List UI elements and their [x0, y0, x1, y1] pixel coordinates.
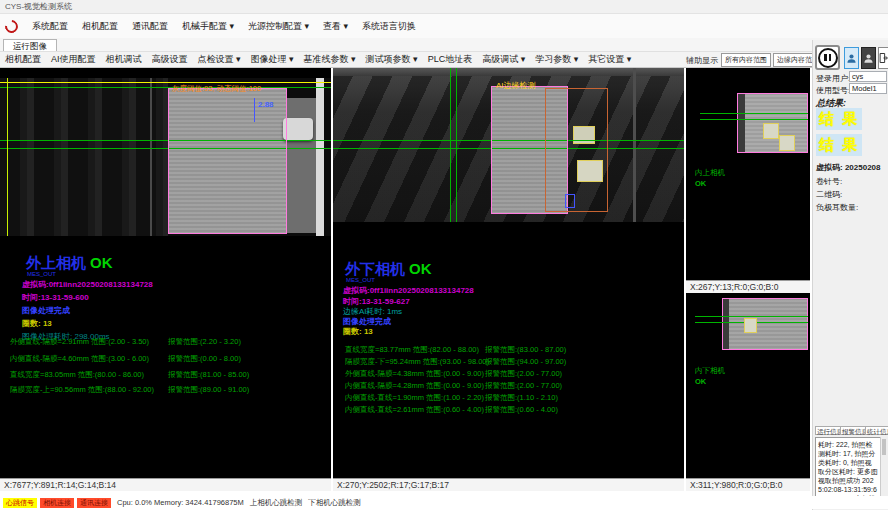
tab-strip: 运行图像: [0, 38, 888, 51]
titlebar: CYS-视觉检测系统: [0, 0, 888, 14]
measurement-row: 隔膜宽度-下=95.24mm 范围:(93.00 - 98.00): [345, 357, 489, 367]
left-camera-view[interactable]: 灰度阈值:93, 动态阈值:100 2.88 外上相机OK MES_OUT 虚拟…: [0, 68, 331, 491]
left-ok-status: OK: [90, 254, 113, 271]
tool-ai-config[interactable]: AI使用配置: [46, 52, 101, 67]
virtual-code-line: 虚拟码: 20250208: [816, 162, 880, 173]
side-panel: 登录用户: cys 使用型号: Model1 总结果: 结 果 结 果 虚拟码:…: [812, 40, 888, 510]
alarm-range: 报警范围:(81.00 - 85.00): [168, 370, 249, 380]
measurement-row: 隔膜宽度-上=90.56mm 范围:(88.00 - 92.00): [10, 385, 154, 395]
admin-user-button[interactable]: [861, 47, 876, 69]
comm-link-status-badge: 通讯连接: [77, 498, 111, 508]
tool-spot-check[interactable]: 点检设置 ▾: [193, 52, 246, 67]
overlay-green-line: [700, 119, 808, 120]
menu-camera-config[interactable]: 相机配置: [75, 14, 125, 38]
tool-plc-address[interactable]: PLC地址表: [423, 52, 478, 67]
left-time: 时间:13-31-59-600: [22, 292, 89, 303]
tool-image-processing[interactable]: 图像处理 ▾: [246, 52, 299, 67]
left-camera-image[interactable]: 灰度阈值:93, 动态阈值:100 2.88: [0, 78, 331, 236]
tool-advanced-debug[interactable]: 高级调试 ▾: [477, 52, 530, 67]
middle-camera-image[interactable]: AI边缘检测: [333, 68, 684, 222]
menu-view[interactable]: 查看 ▾: [316, 14, 355, 38]
measurement-row: 内侧直线-隔膜=4.28mm 范围:(0.00 - 9.00): [345, 381, 484, 391]
pause-icon: [818, 48, 838, 68]
alarm-range: 报警范围:(2.00 - 77.00): [485, 369, 562, 379]
user-icon: [846, 53, 857, 64]
right-top-camera-view[interactable]: 内上相机 OK X:267;Y:13;R:0;G:0;B:0: [686, 68, 810, 293]
user-dark-icon: [863, 53, 874, 64]
model-field[interactable]: Model1: [849, 83, 887, 94]
pause-button[interactable]: [815, 45, 840, 70]
tab-detect-box: [779, 135, 795, 151]
left-camera-name: 外上相机: [26, 254, 86, 271]
heartbeat-status-badge: 心跳信号: [3, 498, 37, 508]
menubar: 系统配置 相机配置 通讯配置 机械手配置 ▾ 光源控制配置 ▾ 查看 ▾ 系统语…: [0, 14, 888, 38]
status-bar: 心跳信号 相机连接 通讯连接 Cpu: 0.0% Memory: 3424.41…: [0, 496, 888, 509]
middle-turn-count: 圈数: 13: [343, 326, 373, 337]
overlay-yellow-line: [0, 82, 331, 83]
detect-rectangle: [565, 194, 575, 208]
threshold-overlay-text: 灰度阈值:93, 动态阈值:100: [172, 84, 261, 94]
upper-camera-heartbeat-text: 上相机心跳检测: [250, 498, 303, 508]
measurement-row: 直线宽度=83.77mm 范围:(82.00 - 88.00): [345, 345, 479, 355]
menu-language-switch[interactable]: 系统语言切换: [355, 14, 423, 38]
measurement-row: 直线宽度=83.05mm 范围:(80.00 - 86.00): [10, 370, 144, 380]
middle-ok-status: OK: [409, 260, 432, 277]
measure-line: [254, 98, 255, 122]
info-tab-stats[interactable]: 统计信息: [865, 426, 888, 435]
qr-code-label: 二维码:: [816, 189, 842, 200]
alarm-range: 报警范围:(1.10 - 2.10): [485, 393, 558, 403]
ai-roi-rectangle: [545, 88, 608, 212]
right-bottom-camera-view[interactable]: 内下相机 OK X:311;Y:980;R:0;G:0;B:0: [686, 293, 810, 491]
measure-overlay-value: 2.88: [258, 100, 274, 109]
aux-display-label: 辅助显示: [686, 55, 718, 66]
middle-coordinate-bar: X:270;Y:2502;R:17;G:17;B:17: [333, 478, 684, 491]
middle-camera-name: 外下相机: [345, 260, 405, 277]
menu-comm-config[interactable]: 通讯配置: [125, 14, 175, 38]
bright-strip: [316, 78, 324, 236]
tool-baseline-params[interactable]: 基准线参数 ▾: [299, 52, 361, 67]
left-process-done: 图像处理完成: [22, 305, 70, 316]
overlay-green-line: [700, 113, 808, 114]
log-scrollbar-thumb[interactable]: [882, 439, 886, 455]
right-top-coordinate-bar: X:267;Y:13;R:0;G:0;B:0: [686, 280, 810, 293]
log-scrollbar[interactable]: [880, 437, 888, 499]
tool-other-settings[interactable]: 其它设置 ▾: [583, 52, 636, 67]
tool-camera-config[interactable]: 相机配置: [0, 52, 46, 67]
left-turn-count: 圈数: 13: [22, 318, 52, 329]
result-box-upper: 结 果: [816, 108, 862, 130]
roi-rectangle: [168, 88, 287, 234]
tool-learning-params[interactable]: 学习参数 ▾: [530, 52, 583, 67]
overlay-vertical-line: [7, 78, 8, 236]
aux-display-group: 辅助显示 所有内容范围 边缘内容范围: [686, 53, 825, 67]
left-coordinate-bar: X:7677;Y:891;R:14;G:14;B:14: [0, 478, 331, 491]
operator-login-button[interactable]: [844, 47, 859, 69]
right-bottom-camera-name: 内下相机: [695, 366, 725, 376]
alarm-range: 报警范围:(83.00 - 87.00): [485, 345, 566, 355]
model-label: 使用型号:: [816, 85, 850, 96]
roi-rectangle: [722, 298, 808, 350]
measurement-row: 内侧直线-直线=1.90mm 范围:(1.00 - 2.20): [345, 393, 484, 403]
middle-virtual-code: 虚拟码:0ff1iinn20250208133134728: [343, 285, 474, 296]
login-user-field[interactable]: cys: [849, 71, 887, 82]
cpu-memory-readout: Cpu: 0.0% Memory: 3424.41796875M: [117, 498, 244, 507]
alarm-range: 报警范围:(2.20 - 3.20): [168, 337, 241, 347]
window-title: CYS-视觉检测系统: [5, 2, 72, 11]
machine-background: [0, 78, 168, 236]
anode-tab-count-label: 负极耳数量:: [816, 202, 858, 213]
tool-advanced-settings[interactable]: 高级设置: [147, 52, 193, 67]
exit-button[interactable]: [878, 47, 888, 69]
run-log-text[interactable]: 耗时: 222, 拍照检测耗时: 17, 拍照分类耗时: 0, 拍照视取分区耗时…: [815, 437, 887, 499]
menu-light-control-config[interactable]: 光源控制配置 ▾: [241, 14, 316, 38]
tool-camera-debug[interactable]: 相机调试: [101, 52, 147, 67]
menu-system-config[interactable]: 系统配置: [25, 14, 75, 38]
camera-link-status-badge: 相机连接: [40, 498, 74, 508]
aux-tab-all-content[interactable]: 所有内容范围: [721, 53, 771, 67]
left-virtual-code: 虚拟码:0ff1iinn20250208133134728: [22, 279, 153, 290]
middle-mes-status: MES_OUT: [346, 277, 375, 283]
right-top-camera-name: 内上相机: [695, 168, 725, 178]
menu-robot-config[interactable]: 机械手配置 ▾: [175, 14, 241, 38]
overlay-vertical-line: [456, 68, 457, 222]
tool-test-params[interactable]: 测试项参数 ▾: [361, 52, 423, 67]
gripper-part: [283, 118, 313, 140]
middle-camera-view[interactable]: AI边缘检测 外下相机OK MES_OUT 虚拟码:0ff1iinn202502…: [333, 68, 684, 491]
